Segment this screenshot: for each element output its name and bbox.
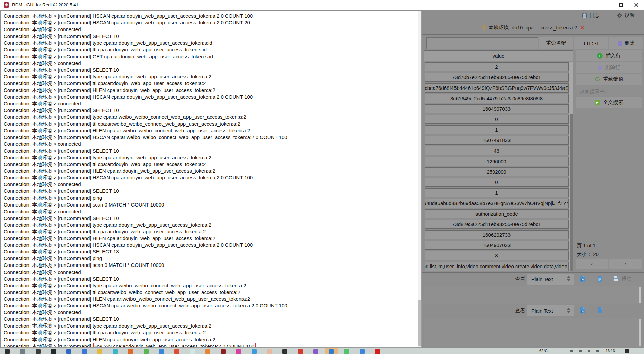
taskbar-app-icon[interactable] (236, 349, 241, 354)
value-cell[interactable]: 0 (425, 178, 569, 187)
taskbar-app-icon[interactable] (36, 349, 41, 354)
connection-log-panel: Connection: 本地环境 > [runCommand] HSCAN cp… (1, 11, 422, 348)
notification-icon[interactable] (625, 349, 629, 353)
clipboard-icon (582, 13, 587, 18)
document-text-icon[interactable] (597, 275, 603, 283)
taskbar-app-icon[interactable] (66, 349, 71, 354)
log-toolbar-label: 日志 (589, 12, 599, 19)
page-search-input[interactable] (576, 86, 642, 96)
value-cell[interactable]: 1 (425, 188, 569, 197)
value-cell[interactable]: 1606202733 (425, 230, 569, 239)
value-cell[interactable]: 1 (425, 125, 569, 134)
taskbar-app-icon[interactable] (128, 349, 133, 354)
taskbar-app-icon[interactable] (51, 349, 56, 354)
log-line: Connection: 本地环境 > [runCommand] type cpa… (4, 282, 421, 289)
log-line: Connection: 本地环境 > connected (4, 26, 421, 33)
document-link-icon[interactable] (580, 307, 585, 315)
value-cell[interactable]: 1296000 (425, 157, 569, 166)
delete-key-button[interactable]: 删除 (609, 37, 643, 49)
minimize-button[interactable] (598, 0, 613, 10)
log-line: Connection: 本地环境 > [runCommand] GET cpa:… (4, 53, 421, 60)
delete-row-button[interactable]: 删除行 (576, 62, 642, 73)
value-cell[interactable]: 1607491833 (425, 136, 569, 145)
taskbar-app-icon[interactable] (190, 349, 195, 354)
trash-icon (598, 65, 602, 70)
maximize-button[interactable] (613, 0, 629, 10)
close-button[interactable] (629, 0, 644, 10)
value-viewer-toolbar-1: 查看 Plain Text 保存 (422, 273, 644, 285)
taskbar-app-icon[interactable] (329, 349, 334, 354)
log-scrollbar-thumb[interactable] (418, 300, 421, 346)
prev-page-button[interactable]: ‹ (576, 259, 608, 269)
document-link-icon[interactable] (580, 275, 585, 283)
taskbar-app-icon[interactable] (267, 349, 272, 354)
rename-key-button[interactable]: 重命名键 (539, 37, 573, 49)
value-cell[interactable]: ing.list,im,user_info,video.comment,vide… (425, 262, 569, 271)
taskbar-app-icon[interactable] (282, 349, 287, 354)
next-page-button[interactable]: › (609, 259, 642, 269)
log-line: Connection: 本地环境 > [runCommand] type cpa… (4, 114, 421, 120)
taskbar-app-icon[interactable] (174, 349, 179, 354)
key-tab[interactable]: 本地环境::db10::cpa ... ccess_token:a:2 × (422, 21, 644, 35)
ttl-button[interactable]: TTL: -1 (574, 37, 608, 49)
log-line: Connection: 本地环境 > [runCommand] HSCAN cp… (4, 302, 421, 309)
taskbar-app-icon[interactable] (5, 349, 10, 354)
value-cell[interactable]: 1604907033 (425, 104, 569, 113)
value-cell[interactable]: 48 (425, 146, 569, 155)
tray-icon[interactable] (596, 350, 599, 352)
view-label: 查看 (515, 276, 525, 282)
taskbar-app-icon[interactable] (144, 349, 149, 354)
value-cell[interactable]: 73d82e5a225d11eb932554ee75d2ebc1 (425, 220, 569, 229)
taskbar-app-icon[interactable] (159, 349, 164, 354)
reload-value-button[interactable]: 重载键值 (576, 74, 642, 85)
value-cell[interactable]: 0 (425, 115, 569, 124)
format-dropdown[interactable]: Plain Text (527, 305, 574, 316)
taskbar-app-icon[interactable] (205, 349, 210, 354)
value-cell[interactable]: acbea76d68f45b44461e649fQzF6hSBGPuq9w7FV… (425, 83, 569, 93)
taskbar-app-icon[interactable] (97, 349, 102, 354)
value-cell[interactable]: 3c61649c-2cd5-4479-b2a3-0c89e8f808f8 (425, 94, 569, 103)
settings-toolbar-button[interactable]: 设置 (617, 12, 635, 19)
log-line: Connection: 本地环境 > connected (4, 141, 421, 148)
value-cell[interactable]: 73d70b7e225d11eb932654ee75d2ebc1 (425, 73, 569, 82)
log-line: Connection: 本地环境 > connected (4, 208, 421, 215)
value-cell[interactable]: 2592000 (425, 167, 569, 176)
taskbar-app-icon[interactable] (20, 349, 25, 354)
value-cell[interactable]: authorization_code (425, 209, 569, 218)
key-name-input[interactable] (426, 37, 538, 49)
tray-temperature: 62°C (539, 349, 548, 353)
log-scrollbar[interactable] (418, 11, 421, 347)
taskbar-app-icon[interactable] (298, 349, 303, 354)
taskbar-app-icon[interactable] (313, 349, 318, 354)
taskbar-app-icon[interactable] (344, 349, 349, 354)
editor-scrollbar-thumb[interactable] (639, 287, 641, 303)
value-cell[interactable]: 8 (425, 251, 569, 260)
value-cell[interactable]: 1604907033 (425, 241, 569, 250)
taskbar-app-icon[interactable] (113, 349, 118, 354)
editor-scrollbar-thumb[interactable] (639, 319, 641, 346)
taskbar-app-icon[interactable] (82, 349, 87, 354)
table-scrollbar-thumb[interactable] (570, 114, 573, 271)
rdm-app-icon (4, 2, 9, 8)
tray-icon[interactable] (579, 350, 582, 352)
taskbar-app-icon[interactable] (252, 349, 257, 354)
table-scrollbar[interactable] (569, 62, 573, 271)
tab-close-icon[interactable]: × (580, 25, 584, 31)
save-button[interactable]: 保存 (613, 275, 632, 282)
tray-icon[interactable] (570, 350, 573, 352)
log-toolbar-button[interactable]: 日志 (582, 12, 599, 19)
taskbar-app-icon[interactable] (221, 349, 226, 354)
log-line: Connection: 本地环境 > [runCommand] SELECT 1… (4, 276, 421, 282)
tray-icon[interactable] (588, 350, 590, 352)
value-editor-1[interactable] (424, 286, 642, 304)
insert-row-button[interactable]: + 插入行 (576, 50, 642, 61)
key-editor-panel: 日志 设置 本地环境::db10::cpa ... ccess_token:a:… (422, 10, 644, 348)
fulltext-search-button[interactable]: ▶ 全文搜索 (576, 97, 642, 108)
value-cell[interactable]: 948da5ab6d832b69daa58b7e3HEgNAeS3vv7hOBV… (425, 199, 569, 208)
taskbar-app-icon[interactable] (360, 349, 365, 354)
format-dropdown[interactable]: Plain Text (527, 274, 574, 285)
document-text-icon[interactable] (597, 307, 603, 315)
value-cell[interactable]: 2 (425, 62, 569, 71)
value-editor-2[interactable] (424, 318, 642, 347)
taskbar-app-icon[interactable] (375, 349, 380, 354)
